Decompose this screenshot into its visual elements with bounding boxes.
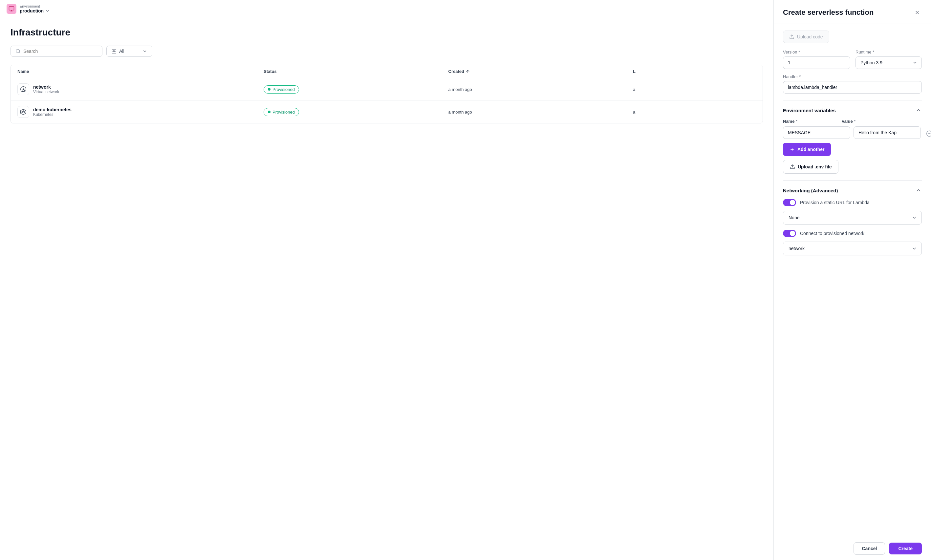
upload-env-button[interactable]: Upload .env file	[783, 160, 839, 174]
upload-icon	[789, 34, 794, 39]
svg-point-2	[113, 51, 115, 52]
kubernetes-icon	[17, 106, 29, 118]
environment-label: Environment	[20, 4, 767, 8]
panel-body: Upload code Version * Runtime * Python 3…	[774, 24, 931, 537]
upload-code-button[interactable]: Upload code	[783, 31, 829, 43]
environment-name: production	[20, 8, 44, 14]
static-url-label: Provision a static URL for Lambda	[800, 200, 869, 205]
search-icon	[15, 49, 21, 54]
version-label: Version *	[783, 49, 850, 54]
main-content: Infrastructure All	[0, 18, 773, 560]
handler-label: Handler *	[783, 74, 922, 79]
col-name: Name	[17, 69, 264, 74]
env-value-input[interactable]	[854, 126, 921, 139]
table-row[interactable]: network Virtual network Provisioned a mo…	[11, 78, 763, 101]
env-var-row	[783, 126, 922, 139]
col-created: Created	[448, 69, 633, 74]
network-type: Virtual network	[33, 89, 59, 94]
filter-chevron-icon	[142, 49, 148, 54]
static-url-network-select[interactable]: Nonenetworkdemo-kubernetes	[783, 211, 922, 225]
svg-rect-3	[22, 90, 25, 92]
handler-input[interactable]	[783, 81, 922, 94]
network-name-info: network Virtual network	[33, 85, 59, 94]
create-button[interactable]: Create	[889, 543, 922, 554]
connect-network-toggle-row: Connect to provisioned network	[783, 230, 922, 237]
static-url-select-wrapper: Nonenetworkdemo-kubernetes	[783, 211, 922, 225]
filter-dropdown[interactable]: All	[106, 46, 152, 57]
k8s-type: Kubernetes	[33, 112, 72, 117]
col-last: L	[633, 69, 756, 74]
search-box[interactable]	[11, 46, 102, 57]
status-dot	[268, 111, 271, 113]
col-status: Status	[264, 69, 448, 74]
k8s-status-cell: Provisioned	[264, 108, 448, 116]
runtime-select[interactable]: Python 3.9Python 3.8Node.js 18Node.js 16…	[856, 57, 922, 69]
upload-env-icon	[790, 164, 795, 169]
search-input[interactable]	[23, 49, 97, 54]
add-another-button[interactable]: Add another	[783, 143, 831, 156]
connect-network-label: Connect to provisioned network	[800, 231, 864, 236]
page-title: Infrastructure	[11, 27, 763, 38]
k8s-name-info: demo-kubernetes Kubernetes	[33, 107, 72, 117]
resource-name-cell: network Virtual network	[17, 83, 264, 95]
upload-code-label: Upload code	[797, 34, 823, 39]
handler-group: Handler *	[783, 74, 922, 94]
panel-footer: Cancel Create	[774, 537, 931, 560]
toolbar: All	[11, 46, 763, 57]
upload-env-label: Upload .env file	[798, 164, 831, 169]
remove-env-var-button[interactable]	[924, 128, 931, 139]
static-url-toggle[interactable]	[783, 199, 796, 206]
network-status-cell: Provisioned	[264, 85, 448, 94]
status-dot	[268, 88, 271, 91]
cancel-button[interactable]: Cancel	[854, 542, 885, 555]
runtime-label: Runtime *	[856, 49, 922, 54]
network-created: a month ago	[448, 87, 633, 92]
env-vars-section-header: Environment variables	[783, 107, 922, 114]
svg-rect-0	[9, 6, 14, 10]
networking-section: Networking (Advanced) Provision a static…	[783, 187, 922, 255]
version-group: Version *	[783, 49, 850, 69]
networking-title: Networking (Advanced)	[783, 188, 838, 193]
table-row[interactable]: demo-kubernetes Kubernetes Provisioned a…	[11, 101, 763, 123]
version-runtime-row: Version * Runtime * Python 3.9Python 3.8…	[783, 49, 922, 69]
top-bar: Environment production	[0, 0, 773, 18]
k8s-name: demo-kubernetes	[33, 107, 72, 112]
svg-point-1	[16, 49, 20, 53]
runtime-group: Runtime * Python 3.9Python 3.8Node.js 18…	[856, 49, 922, 69]
connect-network-select[interactable]: Nonenetworkdemo-kubernetes	[783, 242, 922, 255]
env-name-input[interactable]	[783, 126, 850, 139]
add-another-label: Add another	[797, 147, 824, 152]
version-input[interactable]	[783, 57, 850, 69]
k8s-name-cell: demo-kubernetes Kubernetes	[17, 106, 264, 118]
infrastructure-table: Name Status Created L	[11, 65, 763, 123]
env-name-col-label: Name *	[783, 119, 839, 124]
network-status-badge: Provisioned	[264, 85, 299, 94]
network-name: network	[33, 85, 59, 89]
networking-chevron-icon[interactable]	[915, 187, 922, 194]
k8s-status-badge: Provisioned	[264, 108, 299, 116]
env-vars-labels: Name * Value *	[783, 119, 922, 124]
static-url-toggle-row: Provision a static URL for Lambda	[783, 199, 922, 206]
panel-title: Create serverless function	[783, 8, 874, 17]
table-header: Name Status Created L	[11, 65, 763, 78]
close-button[interactable]	[913, 8, 922, 17]
filter-label: All	[119, 49, 125, 54]
create-function-panel: Create serverless function Upload code V…	[773, 0, 931, 560]
filter-icon	[111, 49, 117, 54]
env-vars-chevron-icon[interactable]	[915, 107, 922, 114]
environment-dropdown[interactable]: production	[20, 8, 767, 14]
k8s-created: a month ago	[448, 110, 633, 115]
connect-network-select-wrapper: Nonenetworkdemo-kubernetes	[783, 242, 922, 255]
network-icon	[17, 83, 29, 95]
panel-header: Create serverless function	[774, 0, 931, 24]
environment-info: Environment production	[20, 4, 767, 14]
env-value-col-label: Value *	[842, 119, 908, 124]
networking-section-header: Networking (Advanced)	[783, 187, 922, 194]
environment-icon	[6, 4, 16, 14]
network-last: a	[633, 87, 756, 92]
k8s-last: a	[633, 110, 756, 115]
connect-network-toggle[interactable]	[783, 230, 796, 237]
plus-icon	[789, 147, 795, 152]
env-vars-title: Environment variables	[783, 108, 836, 113]
